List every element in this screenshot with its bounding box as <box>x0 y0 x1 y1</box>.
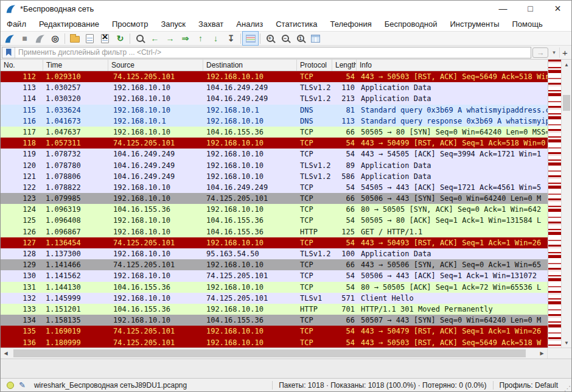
column-header-length[interactable]: Length <box>332 60 357 71</box>
menu-item-0[interactable]: Файл <box>7 19 26 29</box>
packet-row[interactable]: 1321.145999192.168.10.1074.125.205.101TL… <box>1 293 548 304</box>
menu-item-1[interactable]: Редактирование <box>39 19 99 29</box>
cell-len: 125 <box>332 226 357 237</box>
zoom-out-icon[interactable]: − <box>277 32 293 45</box>
save-file-icon[interactable] <box>82 32 97 45</box>
column-header-source[interactable]: Source <box>108 60 203 71</box>
packet-row[interactable]: 1121.02931074.125.205.101192.168.10.10TC… <box>1 71 548 82</box>
cell-proto: TCP <box>297 182 332 193</box>
maximize-button[interactable]: □ <box>517 1 544 16</box>
cell-len: 54 <box>332 337 357 348</box>
cell-src: 192.168.10.10 <box>108 127 203 138</box>
scroll-right-icon[interactable]: ▶ <box>537 348 547 359</box>
column-header-destination[interactable]: Destination <box>203 60 297 71</box>
packet-row[interactable]: 1191.078732104.16.249.249192.168.10.10TC… <box>1 149 548 159</box>
cell-time: 1.030257 <box>43 82 108 93</box>
restart-capture-icon[interactable] <box>32 32 47 45</box>
packet-row[interactable]: 1301.141562192.168.10.1074.125.205.101TC… <box>1 270 548 281</box>
toolbar: ■◎↻←→⇒↑↓↧+−1 <box>1 31 571 46</box>
menu-item-10[interactable]: Помощь <box>512 19 543 29</box>
resize-columns-icon[interactable] <box>308 32 323 45</box>
packet-row[interactable]: 1251.096408192.168.10.10104.16.155.36TCP… <box>1 215 548 226</box>
column-header-info[interactable]: Info <box>357 60 548 71</box>
packet-row[interactable]: 1221.078822192.168.10.10104.16.249.249TC… <box>1 182 548 193</box>
column-header-no[interactable]: No. <box>1 60 43 71</box>
cell-info: Application Data <box>357 171 548 182</box>
go-to-packet-icon[interactable]: ⇒ <box>178 32 193 45</box>
vertical-scroll-thumb[interactable] <box>563 95 570 111</box>
close-file-icon[interactable] <box>97 32 113 45</box>
capture-comment-icon[interactable]: ✎ <box>19 380 26 390</box>
menu-item-9[interactable]: Инструменты <box>450 19 499 29</box>
scroll-up-icon[interactable]: ▲ <box>562 60 571 69</box>
menu-item-2[interactable]: Просмотр <box>112 19 148 29</box>
reload-file-icon[interactable]: ↻ <box>113 32 128 45</box>
packet-row[interactable]: 1181.05731174.125.205.101192.168.10.10TC… <box>1 138 548 149</box>
go-last-packet-icon[interactable]: ↓ <box>208 32 223 45</box>
go-forward-icon[interactable]: → <box>162 32 178 45</box>
menu-item-8[interactable]: Беспроводной <box>385 19 438 29</box>
find-packet-icon[interactable] <box>132 32 147 45</box>
scroll-down-icon[interactable]: ▼ <box>562 338 571 348</box>
cell-info: 443 → 50493 [RST, ACK] Seq=1 Ack=1 Win=2… <box>357 237 548 248</box>
menu-item-6[interactable]: Статистика <box>276 19 317 29</box>
go-back-icon[interactable]: ← <box>147 32 162 45</box>
zoom-normal-icon[interactable]: 1 <box>293 32 308 45</box>
menu-item-7[interactable]: Телефония <box>330 19 371 29</box>
horizontal-scroll-thumb[interactable] <box>13 349 526 357</box>
profile-label[interactable]: Профиль: Default <box>493 381 565 390</box>
packet-row[interactable]: 1261.096867192.168.10.10104.16.155.36HTT… <box>1 226 548 237</box>
menu-item-5[interactable]: Анализ <box>236 19 263 29</box>
cell-src: 192.168.10.10 <box>108 270 203 281</box>
cell-dst: 104.16.155.36 <box>203 315 297 326</box>
colorize-icon[interactable] <box>243 32 258 45</box>
apply-filter-button[interactable]: → <box>532 47 548 58</box>
start-capture-icon[interactable] <box>2 32 17 45</box>
add-filter-button[interactable]: + <box>559 47 570 58</box>
column-header-protocol[interactable]: Protocol <box>297 60 332 71</box>
cell-proto: HTTP <box>297 304 332 315</box>
packet-map-scrollbar[interactable] <box>548 60 561 348</box>
close-button[interactable]: × <box>544 1 571 16</box>
zoom-in-icon[interactable]: + <box>262 32 277 45</box>
packet-row[interactable]: 1201.078780104.16.249.249192.168.10.10TL… <box>1 160 548 171</box>
packet-row[interactable]: 1291.14146674.125.205.101192.168.10.10TC… <box>1 259 548 270</box>
scroll-left-icon[interactable]: ◀ <box>1 348 11 359</box>
horizontal-scrollbar[interactable]: ◀ ▶ <box>1 348 571 359</box>
filter-bookmark-button[interactable] <box>2 47 15 58</box>
packet-row[interactable]: 1171.047637192.168.10.10104.16.155.36TCP… <box>1 127 548 138</box>
packet-row[interactable]: 1151.033624192.168.10.10192.168.10.1DNS8… <box>1 105 548 116</box>
packet-row[interactable]: 1231.079985192.168.10.1074.125.205.101TC… <box>1 193 548 204</box>
capture-options-icon[interactable]: ◎ <box>47 32 63 45</box>
packet-row[interactable]: 1331.151201104.16.155.36192.168.10.10HTT… <box>1 304 548 315</box>
packet-row[interactable]: 1271.13645474.125.205.101192.168.10.10TC… <box>1 237 548 248</box>
menu-item-4[interactable]: Захват <box>198 19 223 29</box>
minimize-button[interactable]: — <box>489 1 517 16</box>
filter-dropdown-caret[interactable]: ▾ <box>550 49 558 55</box>
go-first-packet-icon[interactable]: ↑ <box>193 32 208 45</box>
horizontal-scroll-track[interactable] <box>11 348 537 359</box>
resize-grip[interactable] <box>564 379 571 391</box>
auto-scroll-icon[interactable]: ↧ <box>223 32 239 45</box>
vertical-scrollbar[interactable]: ▲ ▼ <box>561 60 571 348</box>
menu-item-3[interactable]: Запуск <box>161 19 186 29</box>
packet-row[interactable]: 1161.041673192.168.10.1192.168.10.10DNS1… <box>1 116 548 127</box>
vertical-scroll-track[interactable] <box>562 69 571 338</box>
open-file-icon[interactable] <box>67 32 82 45</box>
packet-row[interactable]: 1241.096319104.16.155.36192.168.10.10TCP… <box>1 204 548 215</box>
stop-capture-icon[interactable]: ■ <box>17 32 32 45</box>
packet-row[interactable]: 1311.144130104.16.155.36192.168.10.10TCP… <box>1 282 548 293</box>
packet-row[interactable]: 1211.078806104.16.249.249192.168.10.10TL… <box>1 171 548 182</box>
packet-row[interactable]: 1131.030257192.168.10.10104.16.249.249TL… <box>1 82 548 93</box>
packet-row[interactable]: 1341.158135192.168.10.10104.16.155.36TCP… <box>1 315 548 326</box>
packet-row[interactable]: 1281.137300192.168.10.1095.163.54.50TLSv… <box>1 248 548 259</box>
cell-time: 1.047637 <box>43 127 108 138</box>
expert-info-icon[interactable] <box>7 382 14 389</box>
column-header-time[interactable]: Time <box>43 60 108 71</box>
cell-no: 124 <box>1 204 43 215</box>
packet-row[interactable]: 1361.18099974.125.205.101192.168.10.10TC… <box>1 337 548 348</box>
cell-len: 54 <box>332 215 357 226</box>
display-filter-input[interactable] <box>15 48 531 57</box>
packet-row[interactable]: 1141.030320192.168.10.10104.16.249.249TL… <box>1 93 548 104</box>
packet-row[interactable]: 1351.16901974.125.205.101192.168.10.10TC… <box>1 326 548 337</box>
